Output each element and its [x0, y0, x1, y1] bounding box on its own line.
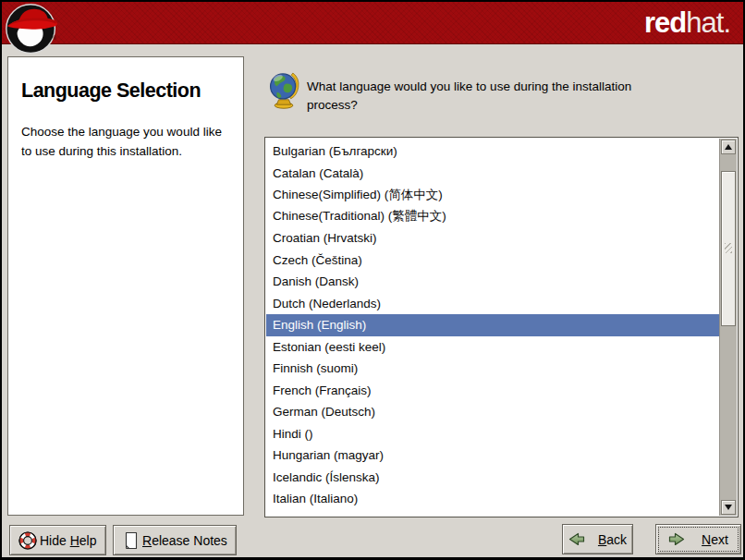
language-listbox: Bulgarian (Български)Catalan (Català)Chi…: [264, 137, 739, 517]
language-item[interactable]: Finnish (suomi): [266, 358, 719, 380]
lifebuoy-icon: [18, 531, 37, 550]
header-bar: [2, 2, 743, 44]
language-item[interactable]: Hungarian (magyar): [266, 444, 719, 467]
back-button[interactable]: Back: [562, 524, 633, 554]
language-item[interactable]: Italian (Italiano): [266, 488, 719, 510]
language-item[interactable]: Croatian (Hrvatski): [266, 227, 719, 250]
help-text: Choose the language you would like to us…: [21, 123, 230, 161]
scrollbar-thumb[interactable]: [721, 171, 736, 326]
scroll-down-arrow-icon: [725, 505, 732, 510]
back-label: Back: [598, 532, 627, 547]
page-title: Language Selection: [21, 79, 230, 103]
release-notes-button[interactable]: Release Notes: [113, 525, 237, 555]
next-label: Next: [702, 532, 728, 547]
language-item[interactable]: Bulgarian (Български): [266, 140, 719, 163]
redhat-wordmark: redhat.: [644, 6, 730, 40]
installer-window: ® redhat. Language Selection Choose the …: [0, 0, 745, 560]
svg-text:®: ®: [53, 35, 56, 41]
language-item[interactable]: Dutch (Nederlands): [266, 293, 719, 315]
language-list[interactable]: Bulgarian (Български)Catalan (Català)Chi…: [266, 139, 719, 516]
language-item[interactable]: German (Deutsch): [266, 401, 719, 423]
hide-help-button[interactable]: Hide Help: [9, 525, 106, 555]
scroll-down-button[interactable]: [721, 500, 736, 515]
language-item[interactable]: Catalan (Català): [266, 163, 719, 185]
redhat-shadowman-logo: ®: [5, 3, 58, 56]
next-button[interactable]: Next: [655, 524, 741, 554]
scrollbar[interactable]: [719, 139, 737, 516]
language-item[interactable]: Estonian (eesti keel): [266, 336, 719, 359]
globe-icon: [267, 70, 300, 109]
language-item[interactable]: Hindi (): [266, 423, 719, 445]
hide-help-label: Hide Help: [40, 533, 97, 548]
question-text: What language would you like to use duri…: [307, 78, 636, 114]
scroll-up-button[interactable]: [721, 140, 736, 154]
language-item[interactable]: English (English): [266, 314, 719, 336]
language-item[interactable]: French (Français): [266, 380, 719, 402]
language-item[interactable]: Czech (Čeština): [266, 250, 719, 272]
help-panel: Language Selection Choose the language y…: [7, 56, 244, 516]
language-item[interactable]: Icelandic (Íslenska): [266, 467, 719, 489]
document-icon: [122, 531, 140, 550]
language-item[interactable]: Chinese(Traditional) (繁體中文): [266, 206, 719, 228]
arrow-right-icon: [668, 531, 685, 547]
language-item[interactable]: Danish (Dansk): [266, 271, 719, 293]
scroll-up-arrow-icon: [725, 144, 732, 150]
arrow-left-icon: [568, 531, 585, 547]
language-item[interactable]: Chinese(Simplified) (简体中文): [266, 184, 719, 206]
release-notes-label: Release Notes: [142, 533, 227, 548]
